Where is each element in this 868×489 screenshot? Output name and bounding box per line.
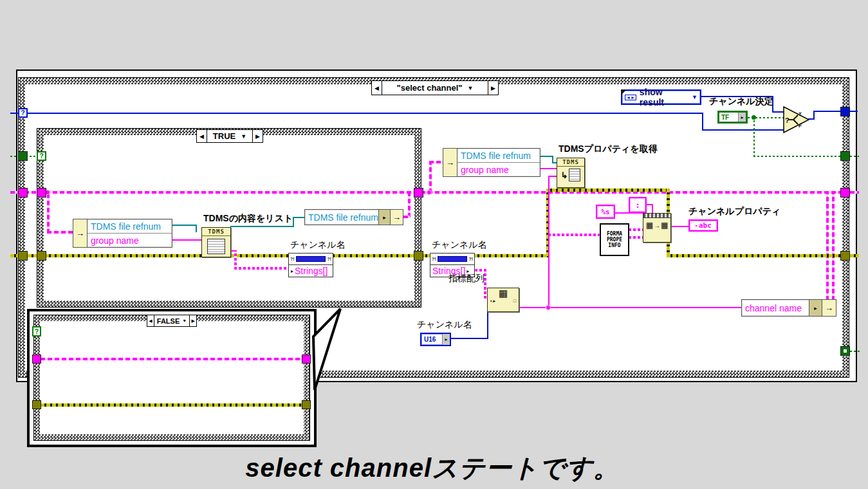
grid-icon: ▦ [488, 288, 519, 299]
wire-bundle-out [408, 192, 411, 217]
wire-string-run [519, 307, 743, 308]
format-properties-subvi[interactable]: FORMA PROPE INFO [600, 223, 629, 256]
channel-name-label: チャンネル名 [290, 239, 346, 251]
property-node-strings-write[interactable]: ?! ?! ▸ Strings[] [288, 253, 333, 277]
wire-string-array [548, 234, 600, 236]
tunnel-error[interactable] [302, 400, 311, 409]
wire-string-array [629, 236, 644, 239]
tdms-list-label: TDMSの内容をリスト [203, 213, 293, 225]
dropdown-icon[interactable]: ▼ [692, 94, 697, 100]
case-selector-tunnel[interactable]: ? [18, 108, 28, 118]
wire-cluster-down [826, 192, 829, 300]
hook-icon: ↳ [561, 171, 568, 180]
subvi-text: INFO [608, 243, 620, 248]
tf-boolean-terminal[interactable]: TF ▸ [717, 111, 748, 124]
bundle-row-refnum[interactable]: TDMS file refnum [305, 210, 378, 225]
wire-cluster-up [832, 192, 835, 300]
bundle-icon: ▸ [378, 210, 390, 225]
tunnel-bool-in[interactable] [18, 151, 28, 161]
tunnel-error[interactable] [32, 400, 41, 409]
format-string-constant[interactable]: %s [596, 205, 615, 219]
case-next-button[interactable]: ▶ [252, 130, 263, 142]
tunnel-cluster[interactable] [414, 188, 423, 198]
terminal-out-icon: ▸ [738, 113, 746, 122]
tunnel-error[interactable] [414, 251, 423, 261]
tdms-list-contents-node[interactable]: TDMS [201, 227, 231, 257]
select-q: ? [785, 116, 790, 124]
case-next-button[interactable]: ▶ [189, 315, 196, 326]
case-next-button[interactable]: ▶ [488, 81, 498, 95]
false-case-selector-tunnel[interactable]: ? [32, 326, 41, 337]
wire-bool-stub-bottom [850, 351, 861, 352]
bundle-icon: ▸ [809, 300, 822, 316]
tunnel-bool-default-out[interactable] [840, 346, 850, 356]
wire-string-array [629, 228, 644, 231]
channel-property-label: チャンネルプロパティ [688, 206, 780, 217]
bundle-channel-name-node[interactable]: channel name ▸ → [741, 299, 836, 317]
dropdown-icon: ▼ [182, 318, 187, 323]
terminal-in-icon: ▸ [695, 223, 698, 228]
wire-junction [546, 305, 551, 310]
tdms-get-properties-node[interactable]: TDMS ↳ [557, 158, 585, 188]
bundle-row-channel-name[interactable]: channel name [742, 300, 809, 316]
case-selector-label[interactable]: "select channel" ▼ [382, 81, 488, 95]
enum-corner-flag [621, 89, 627, 95]
wire-refnum [196, 225, 197, 232]
bundle-by-name-node[interactable]: TDMS file refnum ▸ → [304, 209, 403, 225]
unbundle-by-name-node[interactable]: → TDMS file refnum group name [73, 219, 172, 248]
wire-refnum [172, 225, 197, 226]
tunnel-cluster-in[interactable] [18, 188, 28, 198]
index-array-node[interactable]: ▦ ▪.▸ □ [487, 288, 519, 312]
property-node-header: ?! ?! [430, 254, 474, 265]
case-selector-label[interactable]: FALSE ▼ [154, 315, 189, 326]
tunnel-result-out[interactable] [840, 107, 850, 116]
case-selector-label[interactable]: TRUE ▼ [207, 130, 252, 142]
tunnel-bool-out[interactable] [840, 151, 850, 161]
qmark-icon: ?! [432, 257, 436, 261]
wire-error-false [41, 403, 302, 407]
tunnel-cluster-out[interactable] [840, 188, 850, 198]
dropdown-icon: ▼ [468, 85, 474, 91]
tdms-props-label: TDMSプロパティを取得 [559, 143, 658, 155]
unbundle-row-group[interactable]: group name [88, 234, 172, 247]
qmark-icon: ?! [468, 257, 473, 261]
case-prev-button[interactable]: ◀ [197, 130, 207, 142]
array-convert-node[interactable]: ▦ → ▦ [643, 213, 671, 243]
arrow-icon: → [654, 222, 660, 229]
unbundle-row-group[interactable]: group name [457, 163, 540, 176]
u16-control-terminal[interactable]: U16 ▸ [420, 333, 451, 346]
string-indicator-terminal[interactable]: ▸ abc [688, 219, 718, 232]
select-f: F [799, 123, 802, 129]
true-case-selector-tunnel[interactable]: ? [37, 151, 46, 161]
unbundle-icon: → [73, 219, 88, 247]
wire-error [546, 189, 669, 192]
colon-string-constant[interactable]: : [629, 197, 647, 213]
case-prev-button[interactable]: ◀ [372, 81, 382, 95]
tunnel-cluster[interactable] [32, 355, 41, 364]
select-function-node[interactable]: ? T F [782, 106, 811, 134]
case-prev-button[interactable]: ◀ [147, 315, 154, 326]
unbundle-row-refnum[interactable]: TDMS file refnum [88, 219, 172, 234]
tunnel-error-out[interactable] [840, 251, 850, 261]
tunnel-error-in[interactable] [18, 251, 28, 261]
index-array-label: 指標配列 [448, 273, 485, 284]
tdms-header: TDMS [202, 228, 230, 236]
channel-decision-label: チャンネル決定 [709, 96, 773, 107]
tunnel-error[interactable] [37, 251, 46, 261]
unbundle-by-name-node[interactable]: → TDMS file refnum group name [443, 148, 540, 177]
unbundle-row-refnum[interactable]: TDMS file refnum [457, 149, 540, 163]
bundle-icon-arrow: → [390, 210, 403, 225]
wire-cluster-branch [47, 191, 50, 234]
enum-constant-show-result[interactable]: ◄► show result ▼ [621, 89, 701, 105]
wire-selector-blue [702, 113, 703, 131]
subvi-text: PROPE [607, 237, 622, 243]
wire-junction [427, 190, 432, 195]
dropdown-icon: ▼ [241, 133, 246, 140]
property-name: Strings[] [295, 266, 328, 276]
true-case-selector: ◀ TRUE ▼ ▶ [196, 129, 263, 143]
wire-string [172, 239, 203, 241]
select-t: T [799, 111, 802, 117]
tunnel-cluster[interactable] [37, 188, 46, 198]
property-row[interactable]: ▸ Strings[] [289, 265, 333, 277]
wire-refnum [293, 217, 306, 218]
